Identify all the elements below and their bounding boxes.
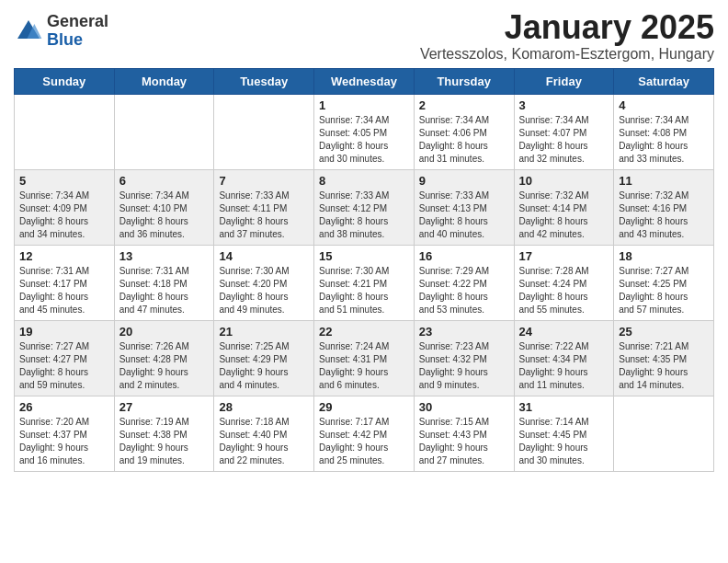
table-row: 25Sunrise: 7:21 AM Sunset: 4:35 PM Dayli… <box>614 320 714 396</box>
table-row: 26Sunrise: 7:20 AM Sunset: 4:37 PM Dayli… <box>15 396 115 471</box>
day-number: 17 <box>519 249 609 263</box>
day-info: Sunrise: 7:20 AM Sunset: 4:37 PM Dayligh… <box>19 416 109 467</box>
day-number: 23 <box>419 325 509 339</box>
header-tuesday: Tuesday <box>214 68 314 94</box>
location-subtitle: Vertesszolos, Komarom-Esztergom, Hungary <box>420 46 714 63</box>
day-info: Sunrise: 7:34 AM Sunset: 4:10 PM Dayligh… <box>119 190 210 241</box>
table-row: 31Sunrise: 7:14 AM Sunset: 4:45 PM Dayli… <box>514 396 614 471</box>
day-number: 28 <box>219 400 309 414</box>
day-number: 21 <box>219 325 309 339</box>
day-number: 6 <box>119 174 210 188</box>
title-area: January 2025 Vertesszolos, Komarom-Eszte… <box>420 9 714 63</box>
day-number: 26 <box>19 400 109 414</box>
day-number: 29 <box>319 400 409 414</box>
table-row: 13Sunrise: 7:31 AM Sunset: 4:18 PM Dayli… <box>114 245 214 320</box>
day-info: Sunrise: 7:27 AM Sunset: 4:25 PM Dayligh… <box>619 265 709 316</box>
table-row: 23Sunrise: 7:23 AM Sunset: 4:32 PM Dayli… <box>414 320 514 396</box>
table-row: 28Sunrise: 7:18 AM Sunset: 4:40 PM Dayli… <box>214 396 314 471</box>
table-row: 4Sunrise: 7:34 AM Sunset: 4:08 PM Daylig… <box>614 94 714 169</box>
header-saturday: Saturday <box>614 68 714 94</box>
day-number: 20 <box>119 325 210 339</box>
day-info: Sunrise: 7:34 AM Sunset: 4:07 PM Dayligh… <box>519 114 609 166</box>
day-info: Sunrise: 7:30 AM Sunset: 4:21 PM Dayligh… <box>319 265 409 316</box>
table-row: 12Sunrise: 7:31 AM Sunset: 4:17 PM Dayli… <box>15 245 115 320</box>
day-number: 3 <box>519 98 609 112</box>
day-number: 18 <box>619 249 709 263</box>
day-number: 14 <box>219 249 309 263</box>
table-row: 24Sunrise: 7:22 AM Sunset: 4:34 PM Dayli… <box>514 320 614 396</box>
day-info: Sunrise: 7:23 AM Sunset: 4:32 PM Dayligh… <box>419 340 509 392</box>
table-row: 18Sunrise: 7:27 AM Sunset: 4:25 PM Dayli… <box>614 245 714 320</box>
day-info: Sunrise: 7:34 AM Sunset: 4:06 PM Dayligh… <box>419 114 509 166</box>
day-info: Sunrise: 7:29 AM Sunset: 4:22 PM Dayligh… <box>419 265 509 316</box>
day-info: Sunrise: 7:19 AM Sunset: 4:38 PM Dayligh… <box>119 416 210 467</box>
day-info: Sunrise: 7:21 AM Sunset: 4:35 PM Dayligh… <box>619 340 709 392</box>
day-number: 15 <box>319 249 409 263</box>
day-number: 11 <box>619 174 709 188</box>
table-row: 27Sunrise: 7:19 AM Sunset: 4:38 PM Dayli… <box>114 396 214 471</box>
calendar-week-row: 5Sunrise: 7:34 AM Sunset: 4:09 PM Daylig… <box>15 169 714 245</box>
day-info: Sunrise: 7:34 AM Sunset: 4:09 PM Dayligh… <box>19 190 109 241</box>
day-info: Sunrise: 7:33 AM Sunset: 4:13 PM Dayligh… <box>419 190 509 241</box>
table-row: 15Sunrise: 7:30 AM Sunset: 4:21 PM Dayli… <box>314 245 415 320</box>
day-info: Sunrise: 7:17 AM Sunset: 4:42 PM Dayligh… <box>319 416 409 467</box>
day-info: Sunrise: 7:24 AM Sunset: 4:31 PM Dayligh… <box>319 340 409 392</box>
logo-blue-text: Blue <box>47 31 108 50</box>
day-number: 22 <box>319 325 409 339</box>
day-number: 7 <box>219 174 309 188</box>
day-info: Sunrise: 7:15 AM Sunset: 4:43 PM Dayligh… <box>419 416 509 467</box>
day-info: Sunrise: 7:31 AM Sunset: 4:18 PM Dayligh… <box>119 265 210 316</box>
page-header: General Blue January 2025 Vertesszolos, … <box>14 9 714 63</box>
calendar-week-row: 19Sunrise: 7:27 AM Sunset: 4:27 PM Dayli… <box>15 320 714 396</box>
table-row: 29Sunrise: 7:17 AM Sunset: 4:42 PM Dayli… <box>314 396 415 471</box>
day-info: Sunrise: 7:34 AM Sunset: 4:05 PM Dayligh… <box>319 114 409 166</box>
header-sunday: Sunday <box>15 68 115 94</box>
table-row: 22Sunrise: 7:24 AM Sunset: 4:31 PM Dayli… <box>314 320 415 396</box>
day-number: 13 <box>119 249 210 263</box>
table-row <box>15 94 115 169</box>
table-row <box>114 94 214 169</box>
day-number: 27 <box>119 400 210 414</box>
calendar-header-row: Sunday Monday Tuesday Wednesday Thursday… <box>15 68 714 94</box>
table-row: 11Sunrise: 7:32 AM Sunset: 4:16 PM Dayli… <box>614 169 714 245</box>
day-info: Sunrise: 7:34 AM Sunset: 4:08 PM Dayligh… <box>619 114 709 166</box>
calendar-table: Sunday Monday Tuesday Wednesday Thursday… <box>14 68 714 472</box>
table-row: 17Sunrise: 7:28 AM Sunset: 4:24 PM Dayli… <box>514 245 614 320</box>
day-info: Sunrise: 7:27 AM Sunset: 4:27 PM Dayligh… <box>19 340 109 392</box>
day-number: 19 <box>19 325 109 339</box>
day-number: 1 <box>319 98 409 112</box>
table-row: 16Sunrise: 7:29 AM Sunset: 4:22 PM Dayli… <box>414 245 514 320</box>
table-row: 20Sunrise: 7:26 AM Sunset: 4:28 PM Dayli… <box>114 320 214 396</box>
day-number: 8 <box>319 174 409 188</box>
day-number: 30 <box>419 400 509 414</box>
table-row <box>214 94 314 169</box>
table-row: 1Sunrise: 7:34 AM Sunset: 4:05 PM Daylig… <box>314 94 415 169</box>
day-info: Sunrise: 7:33 AM Sunset: 4:12 PM Dayligh… <box>319 190 409 241</box>
table-row: 9Sunrise: 7:33 AM Sunset: 4:13 PM Daylig… <box>414 169 514 245</box>
day-info: Sunrise: 7:14 AM Sunset: 4:45 PM Dayligh… <box>519 416 609 467</box>
calendar-week-row: 26Sunrise: 7:20 AM Sunset: 4:37 PM Dayli… <box>15 396 714 471</box>
header-thursday: Thursday <box>414 68 514 94</box>
calendar-week-row: 1Sunrise: 7:34 AM Sunset: 4:05 PM Daylig… <box>15 94 714 169</box>
day-number: 5 <box>19 174 109 188</box>
table-row: 19Sunrise: 7:27 AM Sunset: 4:27 PM Dayli… <box>15 320 115 396</box>
day-info: Sunrise: 7:30 AM Sunset: 4:20 PM Dayligh… <box>219 265 309 316</box>
day-number: 10 <box>519 174 609 188</box>
table-row: 3Sunrise: 7:34 AM Sunset: 4:07 PM Daylig… <box>514 94 614 169</box>
table-row: 14Sunrise: 7:30 AM Sunset: 4:20 PM Dayli… <box>214 245 314 320</box>
header-monday: Monday <box>114 68 214 94</box>
day-number: 16 <box>419 249 509 263</box>
day-info: Sunrise: 7:25 AM Sunset: 4:29 PM Dayligh… <box>219 340 309 392</box>
day-number: 9 <box>419 174 509 188</box>
header-friday: Friday <box>514 68 614 94</box>
table-row: 30Sunrise: 7:15 AM Sunset: 4:43 PM Dayli… <box>414 396 514 471</box>
day-number: 2 <box>419 98 509 112</box>
day-info: Sunrise: 7:28 AM Sunset: 4:24 PM Dayligh… <box>519 265 609 316</box>
month-year-title: January 2025 <box>420 9 714 46</box>
day-number: 31 <box>519 400 609 414</box>
table-row: 7Sunrise: 7:33 AM Sunset: 4:11 PM Daylig… <box>214 169 314 245</box>
day-info: Sunrise: 7:31 AM Sunset: 4:17 PM Dayligh… <box>19 265 109 316</box>
day-number: 25 <box>619 325 709 339</box>
day-info: Sunrise: 7:22 AM Sunset: 4:34 PM Dayligh… <box>519 340 609 392</box>
day-info: Sunrise: 7:32 AM Sunset: 4:16 PM Dayligh… <box>619 190 709 241</box>
